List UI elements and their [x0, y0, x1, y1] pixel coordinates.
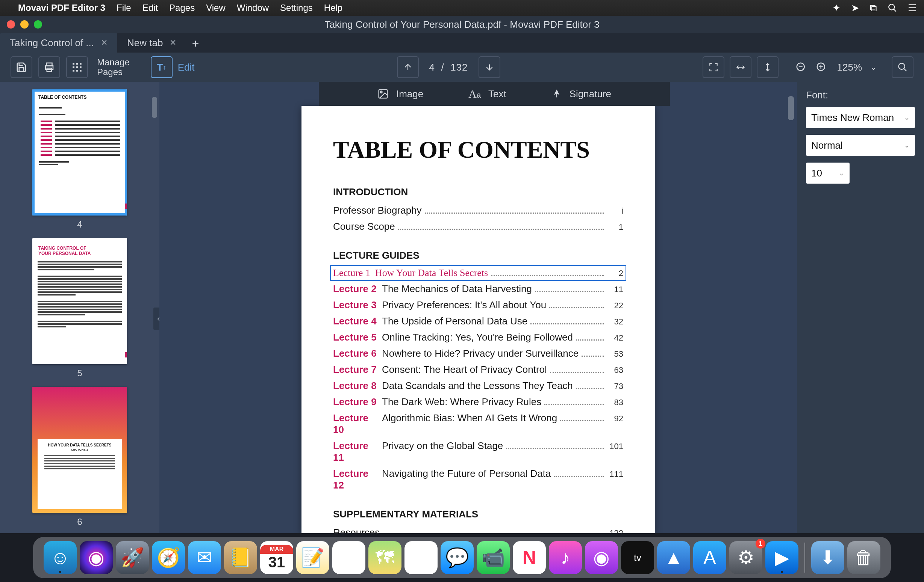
scrollbar-thumb[interactable] — [788, 96, 794, 120]
toc-row[interactable]: Lecture 9The Dark Web: Where Privacy Rul… — [333, 394, 623, 410]
menu-view[interactable]: View — [206, 3, 226, 13]
font-style-select[interactable]: Normal ⌄ — [806, 135, 915, 156]
toc-row[interactable]: Lecture 6Nowhere to Hide? Privacy under … — [333, 345, 623, 362]
dock-messages-icon[interactable]: 💬 — [441, 541, 474, 574]
menu-edit[interactable]: Edit — [142, 3, 158, 13]
zoom-dropdown-icon[interactable]: ⌄ — [870, 63, 877, 72]
window-maximize-button[interactable] — [34, 20, 42, 28]
tab-new[interactable]: New tab ✕ — [117, 33, 186, 53]
badge: 1 — [756, 539, 766, 549]
dock-photos-icon[interactable]: ✿ — [404, 541, 437, 574]
toc-row[interactable]: Lecture 8Data Scandals and the Lessons T… — [333, 378, 623, 394]
section-heading-supplementary[interactable]: SUPPLEMENTARY MATERIALS — [333, 508, 623, 520]
page-thumbnail[interactable]: HOW YOUR DATA TELLS SECRETS LECTURE 1 — [32, 387, 127, 513]
fullscreen-button[interactable] — [703, 56, 724, 78]
dock-appstore-icon[interactable]: A — [693, 541, 726, 574]
thumbnail-sidebar[interactable]: TABLE OF CONTENTS — [0, 82, 159, 533]
zoom-in-button[interactable] — [814, 56, 829, 78]
status-icon-cursor[interactable]: ➤ — [851, 2, 859, 14]
dock-safari-icon[interactable]: 🧭 — [152, 541, 185, 574]
menu-settings[interactable]: Settings — [280, 3, 313, 13]
search-button[interactable] — [892, 56, 914, 78]
dock-news-icon[interactable]: N — [513, 541, 546, 574]
insert-signature-button[interactable]: Signature — [551, 88, 611, 100]
fit-height-button[interactable] — [757, 56, 779, 78]
page-thumbnail[interactable]: TABLE OF CONTENTS — [32, 89, 127, 215]
font-size-select[interactable]: 10 ⌄ — [806, 163, 850, 184]
section-heading-intro[interactable]: INTRODUCTION — [333, 186, 623, 198]
insert-image-label: Image — [396, 88, 423, 100]
dock-facetime-icon[interactable]: 📹 — [477, 541, 510, 574]
status-icon-shield[interactable]: ✦ — [832, 2, 841, 14]
zoom-level[interactable]: 125% — [834, 62, 865, 73]
tab-add-button[interactable]: ＋ — [186, 34, 205, 53]
dock-app-icon[interactable]: ▲ — [657, 541, 690, 574]
page-down-button[interactable] — [478, 56, 500, 78]
page-view[interactable]: Image Aa Text Signature TABLE OF CONTENT… — [159, 82, 797, 533]
dock-finder-icon[interactable]: ☺ — [44, 541, 77, 574]
status-icon-screens[interactable]: ⧉ — [870, 2, 877, 14]
dock-downloads-icon[interactable]: ⬇ — [811, 541, 844, 574]
toc-row[interactable]: Lecture 2The Mechanics of Data Harvestin… — [333, 281, 623, 297]
dock-calendar-icon[interactable]: MAR31 — [260, 541, 293, 574]
tab-close-icon[interactable]: ✕ — [101, 38, 107, 48]
toc-row[interactable]: Lecture 11Privacy on the Global Stage101 — [333, 438, 623, 465]
print-button[interactable] — [38, 56, 60, 78]
dock-podcasts-icon[interactable]: ◉ — [585, 541, 618, 574]
tab-close-icon[interactable]: ✕ — [170, 38, 176, 48]
status-icon-search[interactable] — [888, 3, 897, 13]
edit-mode-toggle[interactable]: T↕ Edit — [151, 56, 195, 78]
toc-row[interactable]: Lecture 7Consent: The Heart of Privacy C… — [333, 362, 623, 378]
toc-row[interactable]: Lecture 5Online Tracking: Yes, You're Be… — [333, 329, 623, 345]
status-icon-list[interactable]: ☰ — [908, 2, 916, 14]
zoom-out-button[interactable] — [794, 56, 808, 78]
toc-row[interactable]: Lecture 10Algorithmic Bias: When AI Gets… — [333, 410, 623, 438]
svg-rect-6 — [76, 63, 78, 64]
page-indicator[interactable]: 4 / 132 — [429, 62, 468, 73]
manage-pages-label[interactable]: Manage Pages — [97, 58, 130, 77]
insert-text-label: Text — [488, 88, 507, 100]
toc-row[interactable]: Lecture 12Navigating the Future of Perso… — [333, 465, 623, 493]
window-title: Taking Control of Your Personal Data.pdf… — [324, 19, 599, 30]
dock-movavi-icon[interactable]: ▶ — [766, 541, 799, 574]
svg-rect-13 — [80, 70, 82, 72]
page-thumbnail[interactable]: TAKING CONTROL OFYOUR PERSONAL DATA — [32, 238, 127, 364]
dock-contacts-icon[interactable]: 📒 — [224, 541, 257, 574]
toc-row[interactable]: Professor Biographyi — [333, 202, 623, 219]
scrollbar-thumb[interactable] — [152, 97, 157, 118]
tab-document[interactable]: Taking Control of ... ✕ — [0, 33, 117, 53]
toc-row[interactable]: Lecture 3Privacy Preferences: It's All a… — [333, 297, 623, 313]
pages-grid-button[interactable] — [66, 56, 88, 78]
toc-row[interactable]: Lecture 4The Upside of Personal Data Use… — [333, 313, 623, 329]
insert-image-button[interactable]: Image — [378, 88, 423, 100]
section-heading-lectures[interactable]: LECTURE GUIDES — [333, 250, 623, 261]
document-title[interactable]: TABLE OF CONTENTS — [333, 136, 623, 164]
menu-help[interactable]: Help — [324, 3, 342, 13]
window-minimize-button[interactable] — [20, 20, 28, 28]
font-family-select[interactable]: Times New Roman ⌄ — [806, 107, 915, 128]
dock-music-icon[interactable]: ♪ — [549, 541, 582, 574]
menu-pages[interactable]: Pages — [169, 3, 195, 13]
edit-mode-label: Edit — [178, 62, 195, 73]
app-name[interactable]: Movavi PDF Editor 3 — [18, 3, 105, 13]
dock-tv-icon[interactable]: tv — [621, 541, 654, 574]
fit-width-button[interactable] — [730, 56, 751, 78]
dock-preferences-icon[interactable]: ⚙1 — [729, 541, 762, 574]
dock-mail-icon[interactable]: ✉ — [188, 541, 221, 574]
dock-trash-icon[interactable]: 🗑 — [847, 541, 880, 574]
save-button[interactable] — [10, 56, 32, 78]
dock-launchpad-icon[interactable]: 🚀 — [116, 541, 149, 574]
dock-maps-icon[interactable]: 🗺 — [368, 541, 401, 574]
insert-text-button[interactable]: Aa Text — [469, 87, 506, 100]
menu-window[interactable]: Window — [237, 3, 269, 13]
dock-siri-icon[interactable]: ◉ — [80, 541, 113, 574]
page-up-button[interactable] — [397, 56, 419, 78]
pdf-page[interactable]: TABLE OF CONTENTS INTRODUCTION Professor… — [302, 106, 655, 533]
dock-reminders-icon[interactable]: ☑ — [332, 541, 365, 574]
dock-notes-icon[interactable]: 📝 — [296, 541, 329, 574]
menu-file[interactable]: File — [117, 3, 131, 13]
toc-row[interactable]: Course Scope1 — [333, 219, 623, 235]
toc-row[interactable]: Resources122 — [333, 524, 623, 533]
toc-row[interactable]: Lecture 1 How Your Data Tells Secrets2 — [331, 266, 625, 280]
window-close-button[interactable] — [7, 20, 15, 28]
